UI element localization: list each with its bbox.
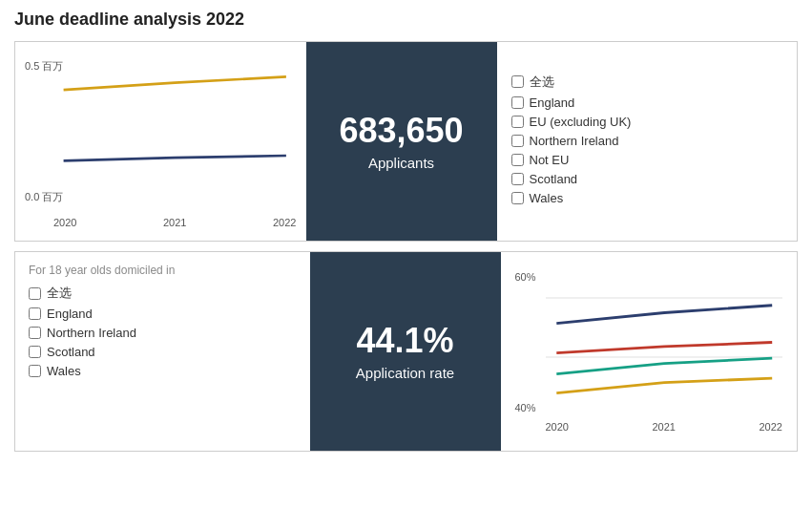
top-cb-label-2: EU (excluding UK) [530, 115, 632, 129]
bottom-chart-svg [546, 268, 783, 416]
top-cb-label-3: Northern Ireland [530, 134, 619, 148]
top-cb-label-5: Scotland [530, 172, 578, 186]
bottom-big-number: 44.1% [356, 322, 453, 360]
bottom-cb-item-3[interactable]: Scotland [29, 345, 297, 359]
bottom-checkbox-list: 全选 England Northern Ireland Scotland Wal… [29, 285, 297, 378]
bottom-cb-0[interactable] [29, 287, 41, 300]
top-cb-item-3[interactable]: Northern Ireland [511, 134, 783, 148]
bottom-chart-ylabel-top: 60% [515, 271, 536, 283]
top-cb-6[interactable] [511, 192, 524, 204]
bottom-cb-label-1: England [47, 307, 93, 321]
top-panel-center: 683,650 Applicants [306, 42, 497, 241]
top-cb-3[interactable] [511, 135, 524, 147]
top-cb-label-4: Not EU [530, 153, 570, 167]
top-cb-item-6[interactable]: Wales [511, 191, 783, 205]
top-cb-1[interactable] [511, 96, 524, 109]
top-cb-label-1: England [530, 95, 575, 110]
top-cb-label-0: 全选 [530, 74, 554, 91]
top-chart-svg [53, 54, 297, 206]
top-chart-area: 0.5 百万 0.0 百万 2020 2021 2022 [15, 42, 306, 241]
top-checkbox-list: 全选 England EU (excluding UK) Northern Ir… [511, 74, 783, 210]
top-chart-xaxis: 2020 2021 2022 [53, 217, 297, 228]
bottom-cb-item-0[interactable]: 全选 [29, 285, 297, 302]
bottom-panel: For 18 year olds domiciled in 全选 England… [14, 251, 798, 452]
top-cb-2[interactable] [511, 116, 524, 128]
bottom-panel-center: 44.1% Application rate [310, 252, 501, 451]
bottom-chart-ylabel-mid: 40% [515, 402, 536, 413]
top-cb-5[interactable] [511, 173, 524, 185]
bottom-panel-right: 60% 40% 2020 2021 [501, 252, 798, 451]
bottom-x-2020: 2020 [546, 421, 569, 433]
bottom-cb-item-4[interactable]: Wales [29, 364, 297, 378]
bottom-panel-left: For 18 year olds domiciled in 全选 England… [15, 252, 310, 451]
top-center-label: Applicants [368, 155, 434, 171]
bottom-chart-xaxis: 2020 2021 2022 [546, 421, 783, 433]
top-big-number: 683,650 [339, 112, 463, 150]
bottom-cb-label-2: Northern Ireland [47, 326, 136, 340]
top-cb-item-1[interactable]: England [511, 95, 783, 110]
top-panel-right: 全选 England EU (excluding UK) Northern Ir… [497, 42, 798, 241]
bottom-cb-3[interactable] [29, 346, 41, 358]
bottom-center-label: Application rate [356, 365, 454, 381]
top-x-2022: 2022 [273, 217, 296, 228]
bottom-x-2021: 2021 [653, 421, 676, 433]
bottom-x-2022: 2022 [760, 421, 782, 433]
top-panel: 0.5 百万 0.0 百万 2020 2021 2022 683,650 App… [14, 41, 798, 242]
top-cb-0[interactable] [511, 75, 524, 88]
bottom-cb-4[interactable] [29, 365, 41, 377]
top-cb-4[interactable] [511, 154, 524, 166]
bottom-cb-label-0: 全选 [47, 285, 72, 302]
top-cb-label-6: Wales [530, 191, 564, 205]
bottom-cb-label-3: Scotland [47, 345, 95, 359]
dashboard: 0.5 百万 0.0 百万 2020 2021 2022 683,650 App… [14, 41, 798, 452]
bottom-cb-label-4: Wales [47, 364, 81, 378]
top-cb-item-2[interactable]: EU (excluding UK) [511, 115, 783, 129]
top-cb-item-0[interactable]: 全选 [511, 74, 783, 91]
bottom-cb-item-1[interactable]: England [29, 307, 297, 321]
top-cb-item-5[interactable]: Scotland [511, 172, 783, 186]
bottom-cb-item-2[interactable]: Northern Ireland [29, 326, 297, 340]
page-title: June deadline analysis 2022 [14, 10, 798, 30]
top-x-2021: 2021 [163, 217, 186, 228]
bottom-cb-2[interactable] [29, 327, 41, 339]
top-cb-item-4[interactable]: Not EU [511, 153, 783, 167]
bottom-intro-text: For 18 year olds domiciled in [29, 264, 297, 277]
bottom-cb-1[interactable] [29, 307, 41, 320]
top-x-2020: 2020 [53, 217, 76, 228]
